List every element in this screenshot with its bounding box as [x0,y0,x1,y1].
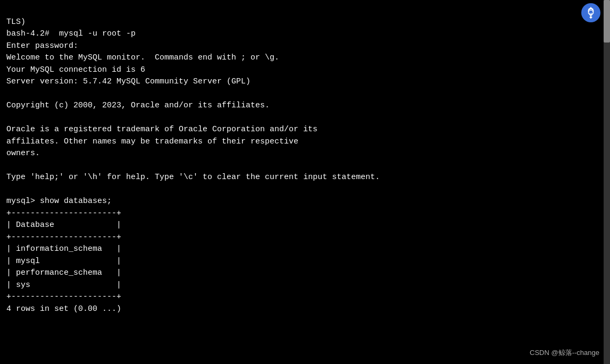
line-server-version: Server version: 5.7.42 MySQL Community S… [6,77,250,86]
line-empty-4 [6,185,11,194]
terminal-container: TLS) bash-4.2# mysql -u root -p Enter pa… [0,0,610,364]
line-type-help: Type 'help;' or '\h' for help. Type '\c'… [6,173,380,182]
scrollbar[interactable] [604,0,610,364]
usb-icon [581,3,600,22]
line-oracle-2: affiliates. Other names may be trademark… [6,137,298,146]
line-show-databases: mysql> show databases; [6,197,112,206]
line-tls: TLS) [6,18,26,27]
terminal-output: TLS) bash-4.2# mysql -u root -p Enter pa… [6,4,604,327]
line-table-bottom: +----------------------+ [6,292,121,301]
line-bash: bash-4.2# mysql -u root -p [6,29,136,38]
line-oracle-1: Oracle is a registered trademark of Orac… [6,125,317,134]
line-connection-id: Your MySQL connection id is 6 [6,65,145,74]
line-table-top: +----------------------+ [6,209,121,218]
line-mysql: | mysql | [6,257,121,266]
line-enter-password: Enter password: [6,41,78,50]
line-copyright: Copyright (c) 2000, 2023, Oracle and/or … [6,101,270,110]
line-empty-3 [6,161,11,170]
scrollbar-thumb[interactable] [604,0,610,43]
line-table-header: | Database | [6,221,121,230]
line-perf-schema: | performance_schema | [6,268,121,277]
line-oracle-3: owners. [6,149,40,158]
line-empty-1 [6,89,11,98]
line-info-schema: | information_schema | [6,244,121,253]
line-empty-2 [6,113,11,122]
watermark: CSDN @鲸落--change [530,348,599,358]
line-welcome: Welcome to the MySQL monitor. Commands e… [6,53,279,62]
line-rows: 4 rows in set (0.00 ...) [6,304,121,314]
line-sys: | sys | [6,281,121,290]
line-table-sep: +----------------------+ [6,233,121,242]
